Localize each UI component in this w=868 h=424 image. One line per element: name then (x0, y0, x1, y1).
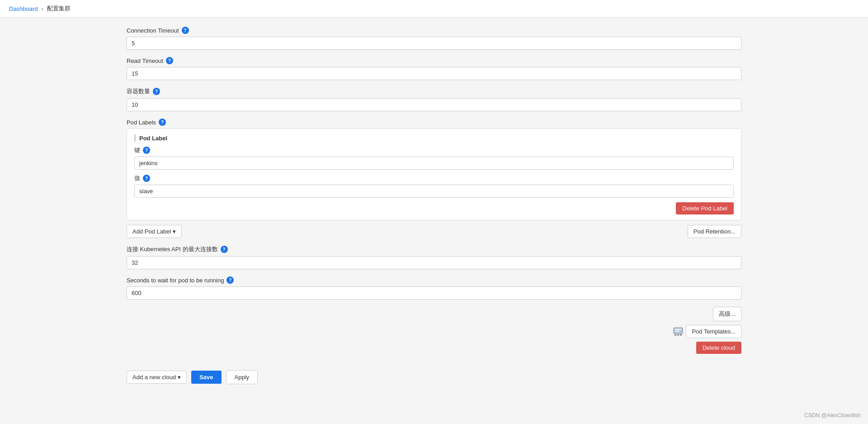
container-count-label: 容器数量 ? (127, 87, 741, 95)
pod-labels-help-icon[interactable]: ? (159, 119, 166, 126)
connection-timeout-input[interactable] (127, 37, 741, 50)
value-help-icon[interactable]: ? (143, 175, 150, 182)
container-count-group: 容器数量 ? (127, 87, 741, 111)
delete-cloud-button[interactable]: Delete cloud (696, 342, 741, 354)
dashboard-link[interactable]: Dashboard (9, 5, 38, 12)
value-label: 值 ? (134, 174, 734, 182)
connection-timeout-help-icon[interactable]: ? (182, 27, 189, 34)
save-button[interactable]: Save (191, 371, 221, 384)
read-timeout-help-icon[interactable]: ? (166, 57, 173, 64)
read-timeout-label: Read Timeout ? (127, 57, 741, 64)
pod-label-card: Pod Label 键 ? 值 ? Delete Pod Label (127, 129, 741, 220)
pod-templates-icon (673, 327, 683, 336)
container-count-help-icon[interactable]: ? (153, 88, 160, 95)
connection-timeout-label: Connection Timeout ? (127, 27, 741, 34)
read-timeout-group: Read Timeout ? (127, 57, 741, 80)
pod-label-title: Pod Label (134, 134, 734, 142)
read-timeout-input[interactable] (127, 67, 741, 80)
svg-rect-4 (677, 334, 679, 336)
delete-pod-label-button[interactable]: Delete Pod Label (676, 202, 734, 214)
breadcrumb-separator: › (42, 5, 43, 12)
max-connections-help-icon[interactable]: ? (221, 246, 228, 253)
pod-labels-label: Pod Labels ? (127, 119, 741, 126)
add-cloud-dropdown-icon: ▾ (178, 374, 181, 381)
max-connections-input[interactable] (127, 256, 741, 269)
pod-label-value-input[interactable] (134, 185, 734, 198)
max-connections-label: 连接 Kubernetes API 的最大连接数 ? (127, 245, 741, 253)
seconds-to-wait-group: Seconds to wait for pod to be running ? (127, 276, 741, 300)
svg-rect-1 (675, 329, 681, 330)
main-content: Connection Timeout ? Read Timeout ? 容器数量… (0, 18, 868, 393)
container-count-input[interactable] (127, 98, 741, 111)
svg-rect-5 (680, 334, 682, 336)
apply-button[interactable]: Apply (226, 370, 258, 384)
pod-retention-button[interactable]: Pod Retention... (688, 225, 741, 238)
seconds-to-wait-help-icon[interactable]: ? (226, 276, 234, 284)
seconds-to-wait-input[interactable] (127, 286, 741, 300)
breadcrumb: Dashboard › 配置集群 (0, 0, 868, 18)
connection-timeout-group: Connection Timeout ? (127, 27, 741, 50)
pod-templates-button[interactable]: Pod Templates... (686, 325, 741, 338)
key-help-icon[interactable]: ? (143, 147, 150, 154)
max-connections-group: 连接 Kubernetes API 的最大连接数 ? (127, 245, 741, 269)
dropdown-arrow-icon: ▾ (173, 228, 176, 235)
bottom-bar: Add a new cloud ▾ Save Apply (127, 363, 741, 384)
pod-label-key-input[interactable] (134, 157, 734, 170)
advanced-button[interactable]: 高级... (713, 307, 741, 321)
add-new-cloud-button[interactable]: Add a new cloud ▾ (127, 371, 187, 384)
svg-rect-3 (675, 334, 676, 336)
breadcrumb-current: 配置集群 (47, 5, 71, 13)
svg-rect-2 (675, 331, 679, 332)
add-pod-label-button[interactable]: Add Pod Label ▾ (127, 225, 182, 238)
seconds-to-wait-label: Seconds to wait for pod to be running ? (127, 276, 741, 284)
key-label: 键 ? (134, 146, 734, 154)
pod-labels-section: Pod Labels ? Pod Label 键 ? 值 ? Delete Po… (127, 119, 741, 238)
